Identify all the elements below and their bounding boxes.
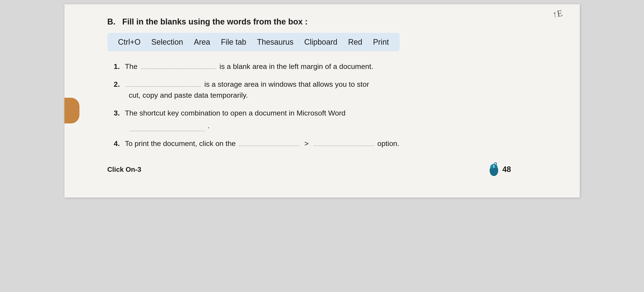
finger-decoration [64, 98, 80, 124]
word-print: Print [373, 38, 389, 46]
q1-suffix: is a blank area in the left margin of a … [220, 61, 373, 72]
footer-center: 48 [488, 162, 511, 177]
word-thesaurus: Thesaurus [257, 38, 294, 46]
question-3-row: 3. The shortcut key combination to open … [114, 108, 554, 118]
section-label: B. [107, 17, 116, 26]
footer-left-text: Click On-3 [107, 166, 141, 174]
question-4: 4. To print the document, click on the >… [114, 138, 554, 149]
section-heading: Fill in the blanks using the words from … [122, 17, 308, 26]
question-2-row: 2. is a storage area in windows that all… [114, 79, 554, 90]
page-number: 48 [502, 165, 511, 174]
question-3: 3. The shortcut key combination to open … [114, 108, 554, 131]
q4-blank1[interactable] [239, 140, 299, 146]
q4-blank2[interactable] [314, 140, 374, 146]
question-2: 2. is a storage area in windows that all… [114, 79, 554, 101]
word-selection: Selection [152, 38, 183, 46]
q3-dot: . [208, 122, 210, 130]
word-area: Area [194, 38, 210, 46]
word-red: Red [348, 38, 362, 46]
q3-number: 3. [114, 108, 122, 118]
q4-prefix: To print the document, click on the [125, 138, 236, 149]
footer: Click On-3 48 [107, 162, 554, 177]
word-clipboard: Clipboard [304, 38, 337, 46]
q1-prefix: The [125, 61, 138, 72]
q3-blank[interactable] [130, 125, 205, 131]
question-1-row: 1. The is a blank area in the left margi… [114, 61, 554, 72]
q2-suffix: is a storage area in windows that allows… [204, 79, 369, 90]
q2-number: 2. [114, 79, 122, 90]
q2-blank[interactable] [126, 81, 201, 87]
q2-continuation: cut, copy and paste data temporarily. [129, 90, 554, 101]
word-ctrl-o: Ctrl+O [118, 38, 141, 46]
svg-rect-1 [493, 165, 494, 168]
mouse-icon [488, 162, 500, 177]
question-1: 1. The is a blank area in the left margi… [114, 61, 554, 72]
word-box: Ctrl+O Selection Area File tab Thesaurus… [107, 33, 400, 51]
question-4-row: 4. To print the document, click on the >… [114, 138, 554, 149]
questions-container: 1. The is a blank area in the left margi… [114, 61, 554, 149]
section-title: B. Fill in the blanks using the words fr… [107, 17, 554, 26]
q3-prefix: The shortcut key combination to open a d… [125, 108, 346, 118]
page: ↑E B. Fill in the blanks using the words… [64, 4, 580, 198]
q4-suffix: option. [377, 138, 399, 149]
q1-number: 1. [114, 61, 122, 72]
q4-number: 4. [114, 138, 122, 149]
word-file-tab: File tab [221, 38, 246, 46]
handwritten-mark: ↑E [552, 8, 563, 20]
q4-arrow: > [304, 138, 308, 149]
q1-blank[interactable] [141, 63, 216, 69]
